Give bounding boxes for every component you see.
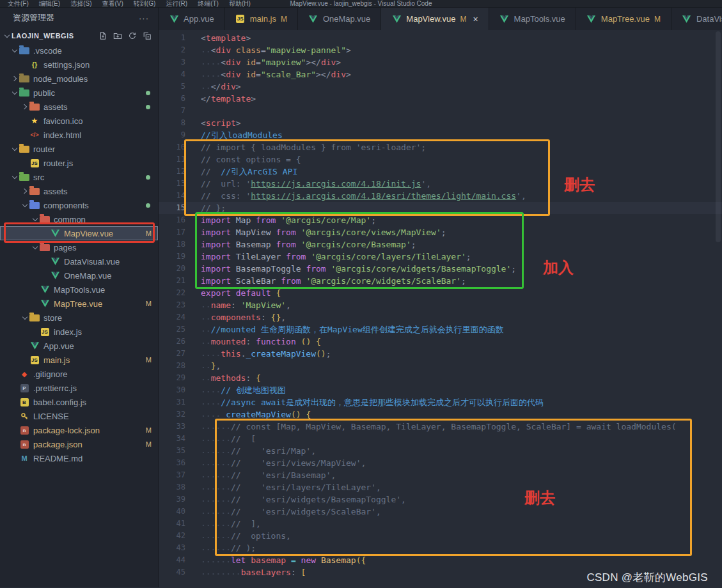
tree-item-pages[interactable]: pages [0,240,158,254]
code-line-8[interactable]: 8<script> [159,117,722,129]
tree-item-assets[interactable]: assets [0,184,158,198]
code-line-3[interactable]: 3 <div id="mapview"></div> [159,56,722,68]
tree-item-README.md[interactable]: MREADME.md [0,451,158,465]
code-line-17[interactable]: 17import MapView from '@arcgis/core/view… [159,226,722,238]
code-line-21[interactable]: 21import ScaleBar from '@arcgis/core/wid… [159,275,722,287]
code-line-34[interactable]: 34 // [ [159,433,722,445]
code-line-13[interactable]: 13// url: 'https://js.arcgis.com/4.18/in… [159,178,722,190]
menu-item[interactable]: 转到(G) [134,0,155,8]
code-line-42[interactable]: 42 // options, [159,530,722,542]
code-content[interactable]: 1<template>2 <div class="mapview-pannel"… [159,30,722,578]
workspace-root-row[interactable]: LAOJIN_WEBGIS [0,28,158,43]
code-line-2[interactable]: 2 <div class="mapview-pannel"> [159,44,722,56]
tab-App.vue[interactable]: App.vue [159,8,225,30]
menu-item[interactable]: 编辑(E) [39,0,60,8]
tree-item-router[interactable]: router [0,142,158,156]
menu-item[interactable]: 文件(F) [8,0,29,8]
code-line-29[interactable]: 29 methods: { [159,372,722,384]
tree-item-store[interactable]: store [0,311,158,325]
code-line-4[interactable]: 4 <div id="scale_Bar"></div> [159,68,722,81]
tree-item-package-lock.json[interactable]: npackage-lock.jsonM [0,423,158,437]
code-line-9[interactable]: 9//引入loadModules [159,129,722,141]
tab-DataVisual.vue[interactable]: DataVisual.vue [671,8,722,30]
code-line-10[interactable]: 10// import { loadModules } from 'esri-l… [159,141,722,153]
tree-item-babel.config.js[interactable]: Bbabel.config.js [0,395,158,409]
tree-item-.vscode[interactable]: .vscode [0,43,158,58]
code-editor[interactable]: 1<template>2 <div class="mapview-pannel"… [159,30,722,587]
code-line-26[interactable]: 26 mounted: function () { [159,336,722,348]
code-line-28[interactable]: 28 }, [159,360,722,372]
code-line-15[interactable]: 15// }; [159,202,722,214]
tree-item-main.js[interactable]: JSmain.jsM [0,353,158,367]
code-line-11[interactable]: 11// const options = { [159,153,722,166]
code-line-19[interactable]: 19import TileLayer from '@arcgis/core/la… [159,251,722,263]
tree-item-MapView.vue[interactable]: MapView.vueM [0,226,158,240]
code-line-31[interactable]: 31 //async await是成对出现的，意思是把那些模块加载完成之后才可以… [159,396,722,408]
menu-item[interactable]: 选择(S) [70,0,91,8]
code-line-44[interactable]: 44 let basemap = new Basemap({ [159,554,722,566]
tree-item-App.vue[interactable]: App.vue [0,339,158,353]
code-line-33[interactable]: 33 // const [Map, MapView, Basemap, Tile… [159,421,722,433]
refresh-icon[interactable] [128,31,137,40]
code-line-7[interactable]: 7 [159,105,722,117]
menu-bar[interactable]: 文件(F)编辑(E)选择(S)查看(V)转到(G)运行(R)终端(T)帮助(H) [0,0,251,8]
code-line-30[interactable]: 30 // 创建地图视图 [159,384,722,396]
code-line-41[interactable]: 41 // ], [159,518,722,530]
tree-item-OneMap.vue[interactable]: OneMap.vue [0,268,158,282]
code-line-20[interactable]: 20import BasemapToggle from '@arcgis/cor… [159,263,722,275]
code-line-1[interactable]: 1<template> [159,32,722,44]
tree-item-src[interactable]: src [0,170,158,184]
tab-MapView.vue[interactable]: MapView.vueM× [381,8,489,30]
code-line-25[interactable]: 25 //mounted 生命周期函数，在MapView组件创建完成之后就会执行… [159,323,722,336]
tree-item-favicon.ico[interactable]: ★favicon.ico [0,114,158,128]
code-line-6[interactable]: 6</template> [159,93,722,105]
tab-MapTools.vue[interactable]: MapTools.vue [489,8,576,30]
menu-item[interactable]: 帮助(H) [229,0,251,8]
code-line-5[interactable]: 5 </div> [159,81,722,93]
code-line-27[interactable]: 27 this._createMapView(); [159,348,722,360]
code-line-35[interactable]: 35 // 'esri/Map', [159,445,722,457]
tree-item-components[interactable]: components [0,198,158,212]
new-folder-icon[interactable] [113,31,122,40]
code-line-43[interactable]: 43 // ); [159,542,722,554]
code-line-14[interactable]: 14// css: 'https://js.arcgis.com/4.18/es… [159,190,722,202]
tree-item-LICENSE[interactable]: LICENSE [0,409,158,423]
code-line-40[interactable]: 40 // 'esri/widgets/ScaleBar', [159,506,722,518]
new-file-icon[interactable] [98,31,107,40]
code-line-16[interactable]: 16import Map from '@arcgis/core/Map'; [159,214,722,226]
tree-item-assets[interactable]: assets [0,100,158,114]
explorer-more-actions-icon[interactable]: ··· [139,13,149,23]
tree-item-settings.json[interactable]: {}settings.json [0,58,158,72]
editor-scrollbar[interactable] [716,31,721,242]
tree-item-package.json[interactable]: npackage.jsonM [0,437,158,451]
code-line-22[interactable]: 22export default { [159,287,722,299]
tree-item-.gitignore[interactable]: ◆.gitignore [0,367,158,381]
tree-item-public[interactable]: public [0,86,158,100]
tab-main.js[interactable]: JSmain.jsM [225,8,298,30]
menu-item[interactable]: 查看(V) [102,0,123,8]
code-line-38[interactable]: 38 // 'esri/layers/TileLayer', [159,481,722,493]
tree-item-common[interactable]: common [0,212,158,226]
menu-item[interactable]: 运行(R) [166,0,187,8]
tab-OneMap.vue[interactable]: OneMap.vue [298,8,381,30]
code-line-39[interactable]: 39 // 'esri/widgets/BasemapToggle', [159,493,722,506]
code-line-32[interactable]: 32 _createMapView() { [159,408,722,421]
tree-item-router.js[interactable]: JSrouter.js [0,156,158,170]
code-line-36[interactable]: 36 // 'esri/views/MapView', [159,457,722,469]
code-line-12[interactable]: 12// //引入ArcGIS API [159,166,722,178]
tree-item-index.html[interactable]: </>index.html [0,128,158,142]
code-line-37[interactable]: 37 // 'esri/Basemap', [159,469,722,481]
tree-item-.prettierrc.js[interactable]: P.prettierrc.js [0,381,158,395]
tree-item-MapTree.vue[interactable]: MapTree.vueM [0,297,158,311]
menu-item[interactable]: 终端(T) [198,0,219,8]
code-line-24[interactable]: 24 components: {}, [159,311,722,323]
tab-MapTree.vue[interactable]: MapTree.vueM [576,8,671,30]
tree-item-node_modules[interactable]: node_modules [0,72,158,86]
collapse-all-icon[interactable] [143,31,152,40]
tree-item-DataVisual.vue[interactable]: DataVisual.vue [0,254,158,268]
close-icon[interactable]: × [473,14,478,24]
tree-item-index.js[interactable]: JSindex.js [0,325,158,339]
tree-item-MapTools.vue[interactable]: MapTools.vue [0,282,158,297]
code-line-18[interactable]: 18import Basemap from '@arcgis/core/Base… [159,238,722,251]
code-line-23[interactable]: 23 name: 'MapView', [159,299,722,311]
